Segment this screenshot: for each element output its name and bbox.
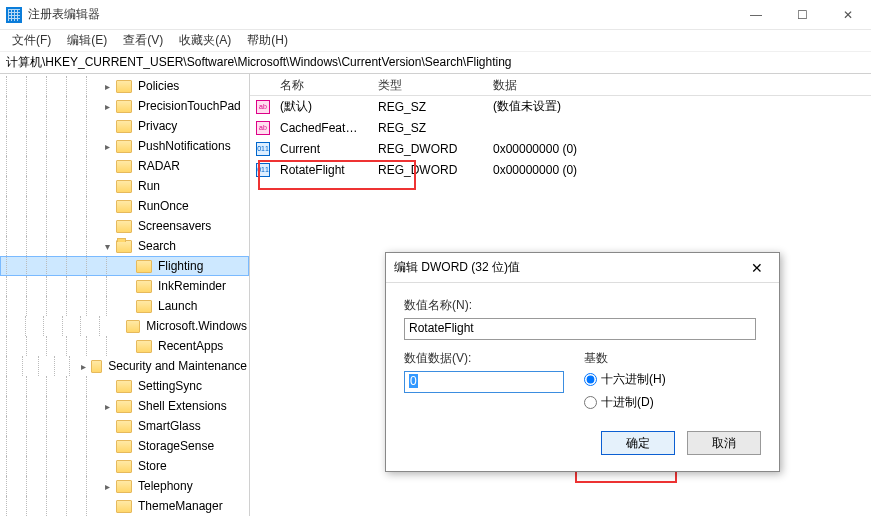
tree-pane[interactable]: ▸Policies▸PrecisionTouchPadPrivacy▸PushN… xyxy=(0,74,250,516)
tree-item-label: Security and Maintenance xyxy=(106,359,249,373)
folder-icon xyxy=(136,340,152,353)
tree-item[interactable]: ▸Shell Extensions xyxy=(0,396,249,416)
tree-item[interactable]: Run xyxy=(0,176,249,196)
col-name[interactable]: 名称 xyxy=(250,74,370,95)
chevron-right-icon[interactable]: ▸ xyxy=(79,361,89,372)
value-name: RotateFlight xyxy=(272,163,370,177)
tree-item[interactable]: Screensavers xyxy=(0,216,249,236)
tree-item-label: PrecisionTouchPad xyxy=(136,99,243,113)
tree-item-label: Shell Extensions xyxy=(136,399,229,413)
menu-item[interactable]: 收藏夹(A) xyxy=(171,30,239,51)
menu-item[interactable]: 文件(F) xyxy=(4,30,59,51)
tree-item[interactable]: RunOnce xyxy=(0,196,249,216)
tree-item-label: ThemeManager xyxy=(136,499,225,513)
chevron-right-icon[interactable]: ▸ xyxy=(100,81,114,92)
base-label: 基数 xyxy=(584,350,666,367)
tree-item-label: RecentApps xyxy=(156,339,225,353)
menu-item[interactable]: 编辑(E) xyxy=(59,30,115,51)
folder-icon xyxy=(116,380,132,393)
window-title: 注册表编辑器 xyxy=(28,6,100,23)
chevron-right-icon[interactable]: ▸ xyxy=(100,481,114,492)
tree-item-label: StorageSense xyxy=(136,439,216,453)
value-data-label: 数值数据(V): xyxy=(404,350,564,367)
folder-icon xyxy=(116,480,132,493)
folder-icon xyxy=(116,120,132,133)
value-data-field[interactable]: 0 xyxy=(404,371,564,393)
tree-item[interactable]: StorageSense xyxy=(0,436,249,456)
maximize-button[interactable]: ☐ xyxy=(779,0,825,30)
value-data: 0x00000000 (0) xyxy=(485,142,871,156)
tree-item[interactable]: RADAR xyxy=(0,156,249,176)
tree-item[interactable]: InkReminder xyxy=(0,276,249,296)
tree-item-label: Telephony xyxy=(136,479,195,493)
list-header: 名称 类型 数据 xyxy=(250,74,871,96)
dialog-close-icon[interactable]: ✕ xyxy=(743,260,771,276)
value-row[interactable]: 011CurrentREG_DWORD0x00000000 (0) xyxy=(250,138,871,159)
tree-item[interactable]: Flighting xyxy=(0,256,249,276)
value-name: (默认) xyxy=(272,98,370,115)
tree-item-label: RADAR xyxy=(136,159,182,173)
value-type: REG_SZ xyxy=(370,100,485,114)
tree-item-label: Microsoft.Windows xyxy=(144,319,249,333)
tree-item-label: Store xyxy=(136,459,169,473)
chevron-down-icon[interactable]: ▾ xyxy=(100,241,114,252)
folder-icon xyxy=(136,260,152,273)
folder-icon xyxy=(136,300,152,313)
address-text: 计算机\HKEY_CURRENT_USER\Software\Microsoft… xyxy=(6,54,512,71)
tree-item[interactable]: ▸PrecisionTouchPad xyxy=(0,96,249,116)
folder-icon xyxy=(116,400,132,413)
value-name: CachedFeature... xyxy=(272,121,370,135)
tree-item[interactable]: ▸Telephony xyxy=(0,476,249,496)
tree-item-label: PushNotifications xyxy=(136,139,233,153)
value-row[interactable]: ab(默认)REG_SZ(数值未设置) xyxy=(250,96,871,117)
tree-item[interactable]: ▸Security and Maintenance xyxy=(0,356,249,376)
tree-item[interactable]: SettingSync xyxy=(0,376,249,396)
chevron-right-icon[interactable]: ▸ xyxy=(100,141,114,152)
value-row[interactable]: 011RotateFlightREG_DWORD0x00000000 (0) xyxy=(250,159,871,180)
tree-item[interactable]: Privacy xyxy=(0,116,249,136)
value-type: REG_SZ xyxy=(370,121,485,135)
tree-item[interactable]: RecentApps xyxy=(0,336,249,356)
value-name: Current xyxy=(272,142,370,156)
cancel-button[interactable]: 取消 xyxy=(687,431,761,455)
folder-icon xyxy=(116,80,132,93)
app-icon xyxy=(6,7,22,23)
close-button[interactable]: ✕ xyxy=(825,0,871,30)
tree-item[interactable]: SmartGlass xyxy=(0,416,249,436)
folder-icon xyxy=(116,420,132,433)
tree-item[interactable]: ▸PushNotifications xyxy=(0,136,249,156)
folder-icon xyxy=(116,240,132,253)
folder-icon xyxy=(116,100,132,113)
tree-item[interactable]: Launch xyxy=(0,296,249,316)
tree-item-label: Policies xyxy=(136,79,181,93)
folder-icon xyxy=(116,500,132,513)
menu-item[interactable]: 查看(V) xyxy=(115,30,171,51)
tree-item[interactable]: ▸Policies xyxy=(0,76,249,96)
tree-item-label: Run xyxy=(136,179,162,193)
col-data[interactable]: 数据 xyxy=(485,74,871,95)
ok-button[interactable]: 确定 xyxy=(601,431,675,455)
chevron-right-icon[interactable]: ▸ xyxy=(100,401,114,412)
col-type[interactable]: 类型 xyxy=(370,74,485,95)
tree-item-label: Launch xyxy=(156,299,199,313)
tree-item[interactable]: Store xyxy=(0,456,249,476)
tree-item[interactable]: ▾Search xyxy=(0,236,249,256)
value-data: (数值未设置) xyxy=(485,98,871,115)
edit-dword-dialog: 编辑 DWORD (32 位)值 ✕ 数值名称(N): RotateFlight… xyxy=(385,252,780,472)
tree-item-label: SettingSync xyxy=(136,379,204,393)
radix-hex-radio[interactable]: 十六进制(H) xyxy=(584,371,666,388)
radix-dec-radio[interactable]: 十进制(D) xyxy=(584,394,666,411)
string-value-icon: ab xyxy=(254,121,272,135)
chevron-right-icon[interactable]: ▸ xyxy=(100,101,114,112)
value-row[interactable]: abCachedFeature...REG_SZ xyxy=(250,117,871,138)
address-bar[interactable]: 计算机\HKEY_CURRENT_USER\Software\Microsoft… xyxy=(0,52,871,74)
value-name-field[interactable]: RotateFlight xyxy=(404,318,756,340)
tree-item[interactable]: Microsoft.Windows xyxy=(0,316,249,336)
menu-item[interactable]: 帮助(H) xyxy=(239,30,296,51)
folder-icon xyxy=(116,180,132,193)
dword-value-icon: 011 xyxy=(254,142,272,156)
minimize-button[interactable]: — xyxy=(733,0,779,30)
tree-item[interactable]: ThemeManager xyxy=(0,496,249,516)
dword-value-icon: 011 xyxy=(254,163,272,177)
folder-icon xyxy=(136,280,152,293)
